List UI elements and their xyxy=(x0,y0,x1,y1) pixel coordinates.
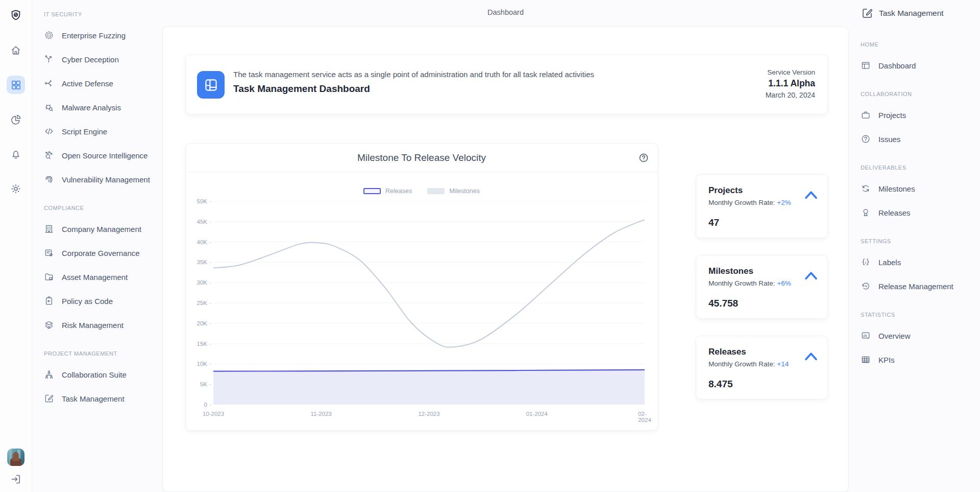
right-sidebar-section-deliverables: DELIVERABLES xyxy=(861,165,977,171)
menu-item-label: Projects xyxy=(878,111,906,120)
sidebar-item-collaboration-suite[interactable]: Collaboration Suite xyxy=(44,368,158,381)
sidebar-item-active-defense[interactable]: Active Defense xyxy=(44,77,158,90)
y-axis-label: 15K xyxy=(186,341,207,347)
sidebar-item-risk-management[interactable]: Risk Management xyxy=(44,318,158,332)
help-icon[interactable] xyxy=(638,152,649,163)
y-axis-label: 30K xyxy=(186,279,207,286)
stat-card-title: Releases xyxy=(708,347,746,357)
rail-item-analytics[interactable] xyxy=(10,114,22,126)
rail-item-notifications[interactable] xyxy=(10,148,22,160)
rail-item-apps[interactable] xyxy=(7,76,25,94)
service-version-block: Service Version 1.1.1 Alpha March 20, 20… xyxy=(766,68,815,99)
sidebar-item-asset-management[interactable]: Asset Management xyxy=(44,270,158,284)
sidebar-item-enterprise-fuzzing[interactable]: Enterprise Fuzzing xyxy=(44,29,158,42)
code-icon xyxy=(44,126,54,136)
stat-card-growth: Monthly Growth Rate: +6% xyxy=(708,279,791,287)
branch-split-icon xyxy=(44,54,54,64)
right-sidebar-item-release-management[interactable]: Release Management xyxy=(861,279,977,293)
legend-item-milestones[interactable]: Milestones xyxy=(427,188,480,195)
right-sidebar-item-labels[interactable]: Labels xyxy=(861,255,977,269)
page-title: Task Management Dashboard xyxy=(233,83,594,95)
menu-item-label: Collaboration Suite xyxy=(62,370,127,379)
rail-item-settings[interactable] xyxy=(10,183,22,195)
braces-icon xyxy=(861,257,871,267)
icon-rail xyxy=(0,0,32,492)
history-clock-icon xyxy=(861,281,871,291)
growth-prefix: Monthly Growth Rate: xyxy=(708,279,777,287)
y-axis-label: 20K xyxy=(186,320,207,326)
chevron-up-icon[interactable] xyxy=(804,270,818,279)
right-sidebar-section-statistics: STATISTICS xyxy=(861,312,977,318)
y-axis-tick xyxy=(209,283,212,283)
breadcrumb[interactable]: Dashboard xyxy=(162,8,849,16)
stat-card-growth: Monthly Growth Rate: +2% xyxy=(708,199,791,206)
right-sidebar-item-releases[interactable]: Releases xyxy=(861,206,977,219)
sidebar-item-cyber-deception[interactable]: Cyber Deception xyxy=(44,53,158,66)
briefcase-icon xyxy=(861,110,871,120)
x-axis-label: 02-2024 xyxy=(638,411,651,423)
menu-item-label: Issues xyxy=(878,135,900,144)
menu-item-label: Release Management xyxy=(878,282,953,291)
y-axis-label: 10K xyxy=(186,361,207,367)
layers-eye-icon xyxy=(44,320,54,330)
legend-item-releases[interactable]: Releases xyxy=(363,188,412,195)
right-sidebar-section-settings: SETTINGS xyxy=(861,238,977,245)
sidebar-section-project-management: PROJECT MANAGEMENT xyxy=(44,350,158,357)
hero-card: The task management service acts as a si… xyxy=(185,54,828,114)
stat-card-value: 47 xyxy=(708,217,719,228)
menu-item-label: Active Defense xyxy=(62,79,113,88)
right-sidebar-item-issues[interactable]: Issues xyxy=(861,132,977,146)
user-avatar[interactable] xyxy=(7,449,24,466)
sidebar-section-compliance: COMPLIANCE xyxy=(44,205,158,212)
right-sidebar-item-kpis[interactable]: KPIs xyxy=(861,353,977,366)
velocity-chart-svg xyxy=(213,201,645,405)
x-axis-label: 11-2023 xyxy=(311,411,332,417)
y-axis-tick xyxy=(209,201,212,202)
menu-item-label: Cyber Deception xyxy=(62,55,119,64)
right-sidebar-item-projects[interactable]: Projects xyxy=(861,108,977,122)
right-sidebar-item-milestones[interactable]: Milestones xyxy=(861,182,977,195)
sidebar-item-open-source-intelligence[interactable]: Open Source Intelligence xyxy=(44,149,158,162)
legend-label: Releases xyxy=(385,188,412,195)
left-sidebar: IT SECURITYEnterprise FuzzingCyber Decep… xyxy=(33,0,162,405)
table-grid-icon xyxy=(861,355,871,365)
sidebar-item-policy-as-code[interactable]: Policy as Code xyxy=(44,294,158,308)
app-logo-shield-icon[interactable] xyxy=(9,9,22,22)
bell-icon xyxy=(10,148,22,160)
service-version-label: Service Version xyxy=(766,68,815,76)
service-version-value: 1.1.1 Alpha xyxy=(766,78,815,89)
right-sidebar-item-dashboard[interactable]: Dashboard xyxy=(861,59,977,72)
stat-card-projects: ProjectsMonthly Growth Rate: +2%47 xyxy=(696,174,828,238)
menu-item-label: KPIs xyxy=(878,356,895,364)
sidebar-item-task-management[interactable]: Task Management xyxy=(44,392,158,405)
chart-legend: ReleasesMilestones xyxy=(186,188,657,195)
right-sidebar-item-overview[interactable]: Overview xyxy=(861,329,977,342)
gear-icon xyxy=(10,183,22,195)
sidebar-item-script-engine[interactable]: Script Engine xyxy=(44,125,158,138)
growth-prefix: Monthly Growth Rate: xyxy=(708,199,777,206)
sidebar-item-company-management[interactable]: Company Management xyxy=(44,222,158,236)
chevron-up-icon[interactable] xyxy=(804,190,818,198)
legend-swatch-releases xyxy=(363,188,381,194)
sidebar-item-malware-analysis[interactable]: Malware Analysis xyxy=(44,101,158,114)
y-axis-tick xyxy=(209,364,212,364)
sidebar-item-vulnerability-management[interactable]: Vulnerability Management xyxy=(44,173,158,186)
chart-image-icon xyxy=(861,331,871,341)
main-panel: The task management service acts as a si… xyxy=(162,27,849,492)
window-layout-icon xyxy=(861,60,871,71)
rail-item-home[interactable] xyxy=(10,44,22,56)
menu-item-label: Releases xyxy=(878,208,911,217)
sidebar-section-it-security: IT SECURITY xyxy=(44,11,158,18)
sidebar-item-corporate-governance[interactable]: Corporate Governance xyxy=(44,246,158,260)
y-axis-tick xyxy=(209,344,212,344)
legend-swatch-milestones xyxy=(427,188,445,194)
logout-icon[interactable] xyxy=(10,473,22,485)
avatar-person-photo xyxy=(7,449,24,466)
right-sidebar-section-collaboration: COLLABORATION xyxy=(861,91,977,98)
share-network-icon xyxy=(44,78,54,88)
stat-card-value: 8.475 xyxy=(708,379,733,390)
chevron-up-icon[interactable] xyxy=(804,351,818,360)
x-axis-label: 10-2023 xyxy=(203,411,224,417)
menu-item-label: Dashboard xyxy=(878,61,916,70)
growth-prefix: Monthly Growth Rate: xyxy=(708,360,777,368)
